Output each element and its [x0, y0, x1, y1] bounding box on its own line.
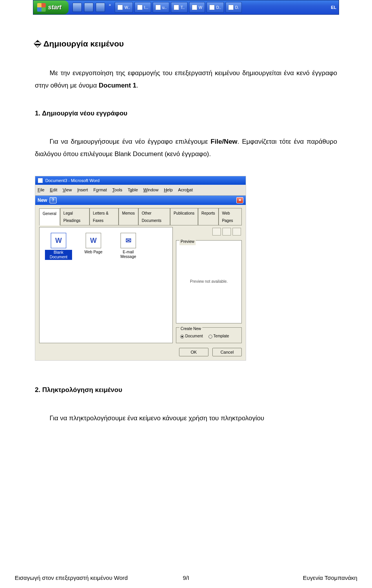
section-title: Δημιουργία κειμένου	[35, 36, 337, 52]
menu-tools[interactable]: Tools	[112, 186, 122, 194]
start-button[interactable]: start	[33, 0, 69, 14]
menu-help[interactable]: Help	[164, 186, 173, 194]
subsection-2-heading: 2. Πληκτρολόγηση κειμένου	[35, 384, 337, 396]
ql-icon[interactable]	[72, 3, 82, 12]
preview-group: Preview Preview not available.	[176, 240, 242, 323]
view-list-icon[interactable]	[222, 228, 231, 236]
ql-chevron-icon[interactable]: »	[109, 3, 111, 12]
task-item[interactable]: T..	[171, 2, 188, 13]
radio-template[interactable]: Template	[208, 332, 229, 340]
web-page-icon: W	[86, 233, 101, 248]
ql-icon[interactable]	[96, 3, 105, 12]
template-web-page[interactable]: W Web Page	[80, 233, 107, 260]
template-blank-document[interactable]: W Blank Document	[45, 233, 72, 260]
template-pane: W Blank Document W Web Page ✉ E-mail Mes…	[39, 227, 173, 343]
page-body: Δημιουργία κειμένου Με την ενεργοποίηση …	[0, 15, 372, 425]
cancel-button[interactable]: Cancel	[212, 348, 242, 356]
tab-webpages[interactable]: Web Pages	[219, 208, 242, 225]
view-details-icon[interactable]	[232, 228, 241, 236]
task-item[interactable]: D..	[207, 2, 224, 13]
dialog-tabs: General Legal Pleadings Letters & Faxes …	[39, 208, 242, 225]
preview-label: Preview	[179, 238, 196, 245]
start-label: start	[48, 4, 62, 11]
create-new-group: Create New Document Template	[176, 327, 242, 343]
new-dialog-body: General Legal Pleadings Letters & Faxes …	[35, 205, 246, 360]
menu-format[interactable]: Format	[93, 186, 107, 194]
subsection-2-para: Για να πληκτρολογήσουμε ένα κείμενο κάνο…	[35, 412, 337, 425]
section-heading: Δημιουργία κειμένου	[43, 36, 124, 52]
radio-document[interactable]: Document	[180, 332, 203, 340]
email-icon: ✉	[121, 233, 136, 248]
view-switcher	[176, 227, 242, 236]
tab-memos[interactable]: Memos	[119, 208, 138, 225]
footer-right: Ευγενία Τσομπανάκη	[303, 574, 357, 581]
ok-button[interactable]: OK	[179, 348, 208, 356]
tab-publications[interactable]: Publications	[170, 208, 198, 225]
word-menu-bar: File Edit View Insert Format Tools Table…	[35, 185, 246, 196]
help-icon[interactable]: ?	[50, 197, 57, 203]
menu-file[interactable]: File	[38, 186, 45, 194]
footer-left: Εισαγωγή στον επεξεργαστή κειμένου Word	[15, 574, 128, 581]
view-large-icon[interactable]	[212, 228, 221, 236]
subsection-1-para: Για να δημιουργήσουμε ένα νέο έγγραφο επ…	[35, 136, 337, 161]
menu-edit[interactable]: Edit	[50, 186, 57, 194]
new-dialog-titlebar: New ? ✕	[35, 196, 246, 205]
bullet-icon	[34, 40, 41, 48]
subsection-1-heading: 1. Δημιουργία νέου εγγράφου	[35, 107, 337, 120]
template-label: Web Page	[84, 250, 103, 254]
task-items: W.. I... u.. T.. W D.. D.	[115, 2, 242, 13]
page-footer: Εισαγωγή στον επεξεργαστή κειμένου Word …	[0, 574, 372, 581]
word-icon	[38, 178, 43, 183]
quick-launch: »	[72, 3, 111, 12]
tab-legal[interactable]: Legal Pleadings	[60, 208, 90, 225]
menu-view[interactable]: View	[63, 186, 72, 194]
task-item[interactable]: I...	[134, 2, 151, 13]
language-indicator[interactable]: EL	[331, 5, 336, 10]
menu-table[interactable]: Table	[127, 186, 138, 194]
ql-icon[interactable]	[84, 3, 93, 12]
word-doc-icon: W	[51, 233, 66, 248]
task-item[interactable]: u..	[153, 2, 169, 13]
task-item[interactable]: W..	[115, 2, 133, 13]
preview-message: Preview not available.	[176, 278, 241, 285]
menu-insert[interactable]: Insert	[77, 186, 88, 194]
menu-window[interactable]: Window	[143, 186, 158, 194]
word-title: Document3 - Microsoft Word	[45, 177, 100, 185]
task-item[interactable]: W	[189, 2, 205, 13]
footer-center: 9/Ι	[183, 574, 189, 581]
close-icon[interactable]: ✕	[236, 197, 243, 203]
windows-logo-icon	[37, 3, 46, 12]
intro-paragraph: Με την ενεργοποίηση της εφαρμογής του επ…	[35, 67, 337, 92]
task-item[interactable]: D.	[226, 2, 242, 13]
create-new-label: Create New	[179, 325, 202, 332]
word-title-bar: Document3 - Microsoft Word	[35, 176, 246, 185]
xp-taskbar: start » W.. I... u.. T.. W D.. D. EL	[33, 0, 339, 15]
template-label: Blank Document	[45, 250, 72, 260]
template-label: E-mail Message	[115, 250, 142, 259]
template-email[interactable]: ✉ E-mail Message	[115, 233, 142, 260]
new-dialog-figure: Document3 - Microsoft Word File Edit Vie…	[35, 176, 246, 361]
tab-other[interactable]: Other Documents	[138, 208, 170, 225]
menu-acrobat[interactable]: Acrobat	[178, 186, 193, 194]
tab-reports[interactable]: Reports	[198, 208, 219, 225]
tab-general[interactable]: General	[39, 208, 60, 225]
new-dialog-title: New	[38, 196, 47, 205]
tab-letters[interactable]: Letters & Faxes	[90, 208, 119, 225]
